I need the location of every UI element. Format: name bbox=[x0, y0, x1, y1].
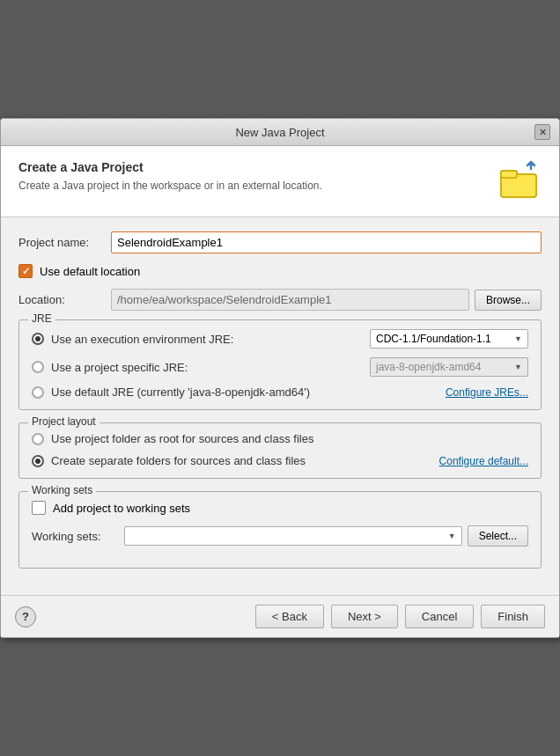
location-label: Location: bbox=[18, 293, 111, 306]
configure-jres-link[interactable]: Configure JREs... bbox=[446, 386, 528, 399]
project-layout-section: Project layout Use project folder as roo… bbox=[18, 422, 542, 479]
working-sets-input-row: Working sets: ▼ Select... bbox=[32, 525, 528, 547]
layout-radio1[interactable] bbox=[32, 433, 44, 445]
header-description: Create a Java project in the workspace o… bbox=[18, 180, 322, 192]
jre-radio2[interactable] bbox=[32, 361, 44, 373]
jre-specific-dropdown: java-8-openjdk-amd64 ▼ bbox=[370, 357, 528, 377]
jre-section: JRE Use an execution environment JRE: CD… bbox=[18, 319, 542, 410]
layout-option1-label: Use project folder as root for sources a… bbox=[51, 432, 528, 445]
checkmark-icon: ✓ bbox=[22, 266, 30, 277]
use-default-location-label: Use default location bbox=[40, 265, 140, 278]
content-area: Project name: ✓ Use default location Loc… bbox=[1, 217, 559, 595]
jre-legend: JRE bbox=[28, 312, 55, 325]
next-button[interactable]: Next > bbox=[331, 605, 398, 628]
browse-button[interactable]: Browse... bbox=[475, 290, 542, 311]
jre-option3-row: Use default JRE (currently 'java-8-openj… bbox=[32, 385, 528, 399]
title-bar: New Java Project ✕ bbox=[1, 119, 559, 146]
use-default-location-checkbox[interactable]: ✓ bbox=[18, 264, 33, 278]
jre-option2-label: Use a project specific JRE: bbox=[51, 361, 363, 374]
layout-option1-row: Use project folder as root for sources a… bbox=[32, 432, 528, 445]
project-name-input[interactable] bbox=[111, 231, 542, 253]
header-text: Create a Java Project Create a Java proj… bbox=[18, 160, 322, 192]
location-value: /home/ea/workspace/SelendroidExample1 bbox=[111, 289, 469, 311]
working-sets-label: Working sets: bbox=[32, 530, 124, 543]
back-button[interactable]: < Back bbox=[255, 605, 324, 628]
finish-button[interactable]: Finish bbox=[481, 605, 545, 628]
layout-radio2[interactable] bbox=[32, 455, 44, 467]
location-row: Location: /home/ea/workspace/SelendroidE… bbox=[18, 289, 542, 311]
dialog-title: New Java Project bbox=[26, 126, 534, 139]
jre-environment-dropdown[interactable]: CDC-1.1/Foundation-1.1 ▼ bbox=[370, 329, 528, 349]
dialog: New Java Project ✕ Create a Java Project… bbox=[0, 118, 560, 638]
jre-option1-row: Use an execution environment JRE: CDC-1.… bbox=[32, 329, 528, 349]
jre-specific-value: java-8-openjdk-amd64 bbox=[376, 361, 511, 373]
jre-specific-arrow-icon: ▼ bbox=[514, 363, 522, 371]
project-name-row: Project name: bbox=[18, 231, 542, 253]
jre-option1-label: Use an execution environment JRE: bbox=[51, 333, 363, 346]
add-working-sets-label: Add project to working sets bbox=[53, 502, 190, 515]
header-area: Create a Java Project Create a Java proj… bbox=[1, 146, 559, 217]
layout-option2-label: Create separate folders for sources and … bbox=[51, 454, 439, 467]
add-working-sets-checkbox[interactable] bbox=[32, 501, 46, 515]
select-working-sets-button[interactable]: Select... bbox=[468, 525, 528, 547]
jre-environment-value: CDC-1.1/Foundation-1.1 bbox=[376, 333, 511, 345]
header-icon bbox=[499, 160, 542, 202]
jre-radio1[interactable] bbox=[32, 333, 44, 345]
jre-radio3[interactable] bbox=[32, 386, 44, 399]
add-working-sets-row: Add project to working sets bbox=[32, 501, 528, 515]
header-title: Create a Java Project bbox=[18, 160, 322, 174]
help-button[interactable]: ? bbox=[15, 606, 36, 628]
working-sets-dropdown[interactable]: ▼ bbox=[124, 526, 462, 546]
use-default-location-row: ✓ Use default location bbox=[18, 264, 542, 278]
jre-option3-label: Use default JRE (currently 'java-8-openj… bbox=[51, 385, 446, 399]
working-sets-legend: Working sets bbox=[28, 484, 96, 496]
project-name-label: Project name: bbox=[18, 236, 111, 249]
footer-area: ? < Back Next > Cancel Finish bbox=[1, 595, 559, 637]
configure-default-link[interactable]: Configure default... bbox=[439, 455, 528, 467]
layout-option2-row: Create separate folders for sources and … bbox=[32, 454, 528, 467]
working-sets-down-arrow-icon: ▼ bbox=[448, 532, 456, 540]
jre-option3-content: Use default JRE (currently 'java-8-openj… bbox=[51, 385, 528, 399]
jre-dropdown-arrow-icon: ▼ bbox=[514, 334, 522, 343]
svg-rect-3 bbox=[501, 171, 517, 178]
cancel-button[interactable]: Cancel bbox=[405, 605, 474, 628]
jre-option2-row: Use a project specific JRE: java-8-openj… bbox=[32, 357, 528, 377]
project-layout-legend: Project layout bbox=[28, 415, 99, 428]
working-sets-section: Working sets Add project to working sets… bbox=[18, 491, 542, 569]
close-button[interactable]: ✕ bbox=[534, 124, 550, 140]
layout-option2-content: Create separate folders for sources and … bbox=[51, 454, 528, 467]
